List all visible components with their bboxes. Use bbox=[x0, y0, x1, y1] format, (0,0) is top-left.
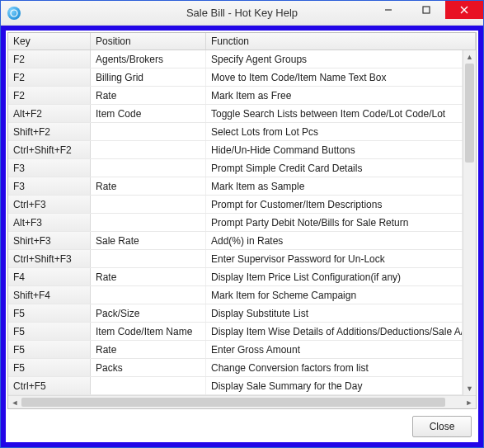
cell-key: F5 bbox=[8, 341, 91, 358]
cell-function: Enter Supervisor Password for Un-Lock bbox=[206, 250, 463, 267]
col-header-key[interactable]: Key bbox=[8, 33, 91, 50]
table-row[interactable]: F5Pack/SizeDisplay Substitute List bbox=[8, 304, 463, 323]
hscroll-track[interactable] bbox=[21, 396, 463, 408]
cell-function: Mark Item for Scheme Campaign bbox=[206, 286, 463, 304]
cell-key: Ctrl+Shift+F3 bbox=[8, 250, 91, 267]
cell-function: Enter Gross Amount bbox=[206, 341, 463, 358]
vertical-scrollbar[interactable]: ▲ ▼ bbox=[463, 50, 476, 395]
cell-key: F5 bbox=[8, 304, 91, 322]
minimize-icon bbox=[384, 6, 392, 14]
table-row[interactable]: F3Prompt Simple Credit Card Details bbox=[8, 159, 463, 177]
cell-position bbox=[91, 214, 206, 231]
dialog-footer: Close bbox=[6, 411, 478, 442]
cell-key: Alt+F2 bbox=[8, 105, 91, 122]
cell-function: Select Lots from Lot Pcs bbox=[206, 123, 463, 140]
cell-key: F3 bbox=[8, 177, 91, 195]
cell-position: Packs bbox=[91, 359, 206, 376]
client-area: Key Position Function F2Agents/BrokersSp… bbox=[1, 26, 483, 447]
cell-function: Toggle Search Lists between Item Code/Lo… bbox=[206, 105, 463, 122]
table-row[interactable]: F3RateMark Item as Sample bbox=[8, 177, 463, 196]
cell-function: Display Item Price List Configuration(if… bbox=[206, 268, 463, 285]
scroll-up-arrow-icon[interactable]: ▲ bbox=[463, 50, 476, 64]
cell-key: F5 bbox=[8, 323, 91, 340]
cell-key: F3 bbox=[8, 159, 91, 177]
table-row[interactable]: F4RateDisplay Item Price List Configurat… bbox=[8, 268, 463, 286]
cell-position bbox=[91, 196, 206, 213]
close-window-button[interactable] bbox=[445, 1, 483, 19]
grid-header: Key Position Function bbox=[8, 33, 476, 50]
cell-key: Shift+F4 bbox=[8, 286, 91, 304]
cell-key: F4 bbox=[8, 268, 91, 285]
cell-function: Mark Item as Sample bbox=[206, 177, 463, 195]
cell-position: Rate bbox=[91, 87, 206, 104]
scroll-left-arrow-icon[interactable]: ◄ bbox=[8, 396, 21, 409]
maximize-button[interactable] bbox=[407, 1, 445, 19]
col-header-function[interactable]: Function bbox=[206, 33, 476, 50]
grid-body: F2Agents/BrokersSpecify Agent GroupsF2Bi… bbox=[8, 50, 476, 395]
cell-position: Sale Rate bbox=[91, 232, 206, 249]
table-row[interactable]: Ctrl+F5Display Sale Summary for the Day bbox=[8, 377, 463, 395]
table-row[interactable]: Alt+F3Prompt Party Debit Note/Bills for … bbox=[8, 214, 463, 232]
table-row[interactable]: Shift+F2Select Lots from Lot Pcs bbox=[8, 123, 463, 141]
titlebar[interactable]: Sale Bill - Hot Key Help bbox=[1, 1, 483, 26]
cell-key: Shift+F2 bbox=[8, 123, 91, 140]
cell-key: Shirt+F3 bbox=[8, 232, 91, 249]
svg-point-0 bbox=[11, 10, 17, 17]
cell-position: Rate bbox=[91, 341, 206, 358]
cell-function: Display Item Wise Details of Additions/D… bbox=[206, 323, 463, 340]
svg-rect-2 bbox=[423, 7, 430, 13]
table-row[interactable]: F2Agents/BrokersSpecify Agent Groups bbox=[8, 50, 463, 68]
cell-function: Add(%) in Rates bbox=[206, 232, 463, 249]
grid-rows: F2Agents/BrokersSpecify Agent GroupsF2Bi… bbox=[8, 50, 463, 395]
cell-position: Pack/Size bbox=[91, 304, 206, 322]
cell-function: Prompt Simple Credit Card Details bbox=[206, 159, 463, 177]
cell-key: Ctrl+Shift+F2 bbox=[8, 141, 91, 158]
cell-function: Prompt for Customer/Item Descriptions bbox=[206, 196, 463, 213]
close-icon bbox=[460, 6, 468, 14]
cell-key: F5 bbox=[8, 359, 91, 376]
table-row[interactable]: F2RateMark Item as Free bbox=[8, 87, 463, 105]
cell-position: Billing Grid bbox=[91, 68, 206, 86]
table-row[interactable]: F5PacksChange Conversion factors from li… bbox=[8, 359, 463, 377]
cell-key: Ctrl+F5 bbox=[8, 377, 91, 394]
close-button[interactable]: Close bbox=[412, 416, 472, 437]
col-header-position[interactable]: Position bbox=[91, 33, 206, 50]
table-row[interactable]: Alt+F2Item CodeToggle Search Lists betwe… bbox=[8, 105, 463, 123]
cell-key: F2 bbox=[8, 87, 91, 104]
cell-position bbox=[91, 141, 206, 158]
table-row[interactable]: F2Billing GridMove to Item Code/Item Nam… bbox=[8, 68, 463, 87]
scroll-down-arrow-icon[interactable]: ▼ bbox=[463, 382, 476, 395]
window-controls bbox=[369, 1, 483, 25]
table-row[interactable]: Ctrl+Shift+F3Enter Supervisor Password f… bbox=[8, 250, 463, 268]
minimize-button[interactable] bbox=[369, 1, 407, 19]
cell-position bbox=[91, 123, 206, 140]
horizontal-scrollbar[interactable]: ◄ ► bbox=[8, 395, 476, 408]
hotkey-grid: Key Position Function F2Agents/BrokersSp… bbox=[7, 32, 477, 409]
cell-position: Item Code/Item Name bbox=[91, 323, 206, 340]
table-row[interactable]: Ctrl+Shift+F2Hide/Un-Hide Command Button… bbox=[8, 141, 463, 159]
cell-position: Rate bbox=[91, 268, 206, 285]
cell-function: Change Conversion factors from list bbox=[206, 359, 463, 376]
cell-position: Agents/Brokers bbox=[91, 50, 206, 68]
app-icon bbox=[7, 7, 21, 20]
cell-position bbox=[91, 250, 206, 267]
cell-function: Hide/Un-Hide Command Buttons bbox=[206, 141, 463, 158]
cell-function: Specify Agent Groups bbox=[206, 50, 463, 68]
maximize-icon bbox=[422, 6, 430, 14]
cell-key: Alt+F3 bbox=[8, 214, 91, 231]
table-row[interactable]: Ctrl+F3Prompt for Customer/Item Descript… bbox=[8, 196, 463, 214]
cell-key: F2 bbox=[8, 68, 91, 86]
cell-function: Display Substitute List bbox=[206, 304, 463, 322]
table-row[interactable]: F5Item Code/Item NameDisplay Item Wise D… bbox=[8, 323, 463, 341]
window-frame: Sale Bill - Hot Key Help Key Position Fu… bbox=[0, 0, 484, 448]
cell-position bbox=[91, 286, 206, 304]
cell-position bbox=[91, 159, 206, 177]
hscroll-thumb[interactable] bbox=[21, 398, 445, 407]
table-row[interactable]: F5RateEnter Gross Amount bbox=[8, 341, 463, 359]
cell-function: Move to Item Code/Item Name Text Box bbox=[206, 68, 463, 86]
vscroll-thumb[interactable] bbox=[465, 64, 474, 163]
table-row[interactable]: Shirt+F3Sale RateAdd(%) in Rates bbox=[8, 232, 463, 250]
scroll-right-arrow-icon[interactable]: ► bbox=[463, 396, 476, 409]
vscroll-track[interactable] bbox=[463, 64, 476, 382]
table-row[interactable]: Shift+F4Mark Item for Scheme Campaign bbox=[8, 286, 463, 304]
